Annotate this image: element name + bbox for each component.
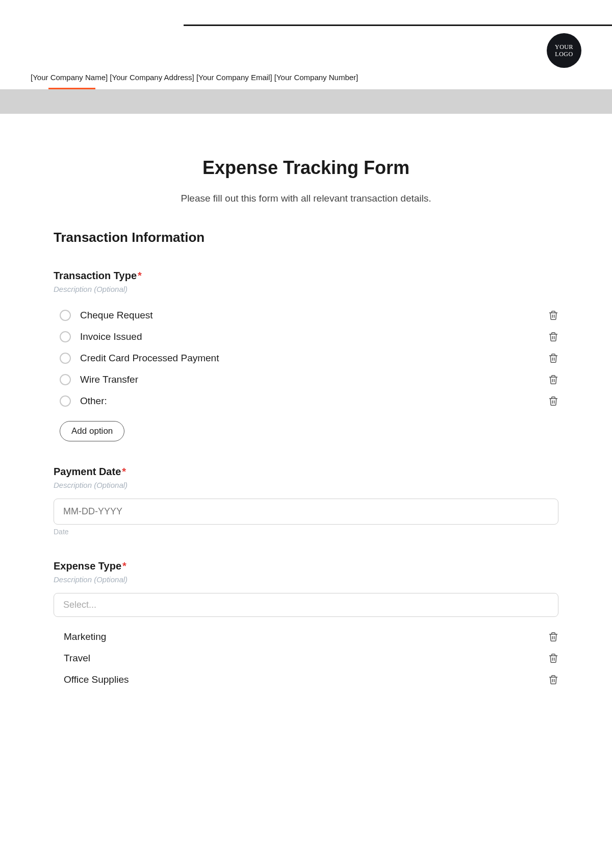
dropdown-option: Travel (54, 648, 558, 669)
radio-option-label: Credit Card Processed Payment (80, 353, 219, 364)
form-subtitle: Please fill out this form with all relev… (0, 193, 612, 204)
radio-option: Cheque Request (54, 305, 558, 326)
dropdown-option-label: Office Supplies (64, 674, 129, 685)
payment-date-sublabel: Date (54, 528, 558, 536)
radio-option-left: Credit Card Processed Payment (60, 353, 219, 364)
company-logo: YOUR LOGO (547, 33, 581, 68)
radio-option: Invoice Issued (54, 326, 558, 348)
radio-option-left: Other: (60, 395, 107, 407)
radio-option-left: Cheque Request (60, 310, 153, 321)
transaction-type-label: Transaction Type* (54, 270, 558, 282)
expense-type-description[interactable]: Description (Optional) (54, 575, 558, 584)
expense-type-label: Expense Type* (54, 560, 558, 572)
company-info: [Your Company Name] [Your Company Addres… (0, 68, 612, 82)
radio-icon[interactable] (60, 353, 71, 364)
payment-date-description[interactable]: Description (Optional) (54, 481, 558, 489)
expense-type-select[interactable]: Select... (54, 593, 558, 617)
radio-option: Other: (54, 390, 558, 412)
payment-date-label-text: Payment Date (54, 466, 121, 477)
radio-icon[interactable] (60, 310, 71, 321)
radio-option-label: Other: (80, 395, 107, 407)
expense-type-field: Expense Type* Description (Optional) Sel… (54, 560, 558, 690)
form-title: Expense Tracking Form (0, 157, 612, 179)
radio-option-label: Wire Transfer (80, 374, 138, 385)
payment-date-label: Payment Date* (54, 466, 558, 478)
dropdown-option: Office Supplies (54, 669, 558, 690)
dropdown-option: Marketing (54, 626, 558, 648)
transaction-type-field: Transaction Type* Description (Optional)… (54, 270, 558, 441)
logo-text-line1: YOUR (555, 43, 573, 51)
transaction-type-label-text: Transaction Type (54, 270, 137, 281)
add-option-button[interactable]: Add option (60, 421, 124, 441)
radio-option: Wire Transfer (54, 369, 558, 390)
trash-icon[interactable] (548, 395, 558, 407)
trash-icon[interactable] (548, 331, 558, 342)
trash-icon[interactable] (548, 353, 558, 364)
required-star: * (122, 560, 126, 572)
payment-date-input[interactable] (54, 499, 558, 525)
section-title: Transaction Information (54, 230, 558, 245)
trash-icon[interactable] (548, 674, 558, 685)
transaction-type-options: Cheque Request Invoice Issued Credit Car… (54, 305, 558, 412)
expense-type-label-text: Expense Type (54, 560, 121, 572)
radio-option-left: Wire Transfer (60, 374, 138, 385)
trash-icon[interactable] (548, 374, 558, 385)
dropdown-option-label: Marketing (64, 631, 106, 642)
logo-row: YOUR LOGO (0, 33, 612, 68)
logo-text-line2: LOGO (555, 51, 573, 58)
top-divider (184, 24, 612, 26)
dropdown-option-label: Travel (64, 653, 90, 664)
radio-option-left: Invoice Issued (60, 331, 142, 342)
gray-band (0, 89, 612, 114)
transaction-type-description[interactable]: Description (Optional) (54, 285, 558, 293)
radio-icon[interactable] (60, 374, 71, 385)
form-content: Transaction Information Transaction Type… (0, 230, 612, 690)
radio-option-label: Invoice Issued (80, 331, 142, 342)
radio-option: Credit Card Processed Payment (54, 348, 558, 369)
expense-type-options: Marketing Travel Office Supplies (54, 626, 558, 690)
radio-icon[interactable] (60, 395, 71, 407)
radio-icon[interactable] (60, 331, 71, 342)
trash-icon[interactable] (548, 631, 558, 642)
radio-option-label: Cheque Request (80, 310, 153, 321)
expense-type-select-placeholder: Select... (63, 600, 96, 610)
required-star: * (138, 270, 142, 281)
trash-icon[interactable] (548, 653, 558, 664)
trash-icon[interactable] (548, 310, 558, 321)
payment-date-field: Payment Date* Description (Optional) Dat… (54, 466, 558, 536)
required-star: * (122, 466, 126, 477)
